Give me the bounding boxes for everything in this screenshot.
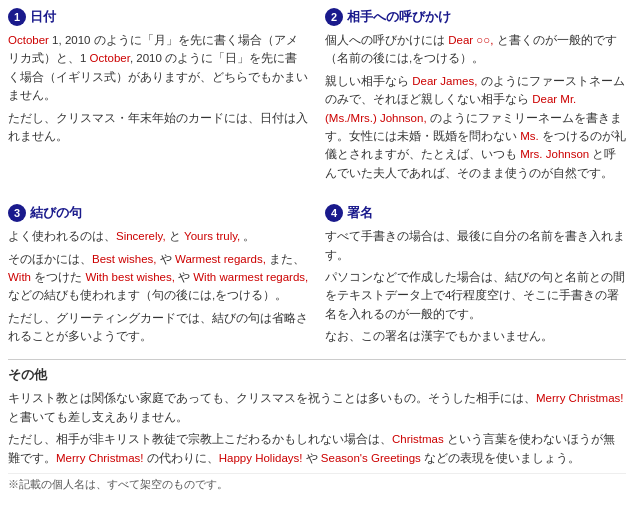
paragraph-4-2: なお、この署名は漢字でもかまいません。 <box>325 327 626 345</box>
section-number-1: 1 <box>8 8 26 26</box>
section-3: 3結びの句よく使われるのは、Sincerely, と Yours truly, … <box>8 204 309 349</box>
section-2: 2相手への呼びかけ個人への呼びかけには Dear ○○, と書くのが一般的です（… <box>325 8 626 186</box>
footer-note: ※記載の個人名は、すべて架空のものです。 <box>8 473 626 492</box>
section-content-4: すべて手書きの場合は、最後に自分の名前を書き入れます。パソコンなどで作成した場合… <box>325 227 626 345</box>
paragraph-4-0: すべて手書きの場合は、最後に自分の名前を書き入れます。 <box>325 227 626 264</box>
section-title-3: 3結びの句 <box>8 204 309 222</box>
section-title-2: 2相手への呼びかけ <box>325 8 626 26</box>
section-number-4: 4 <box>325 204 343 222</box>
other-content: キリスト教とは関係ない家庭であっても、クリスマスを祝うことは多いもの。そうした相… <box>8 389 626 467</box>
section-content-2: 個人への呼びかけには Dear ○○, と書くのが一般的です（名前の後には,をつ… <box>325 31 626 182</box>
paragraph-2-1: 親しい相手なら Dear James, のようにファーストネームのみで、それほど… <box>325 72 626 182</box>
other-title: その他 <box>8 366 626 384</box>
section-content-3: よく使われるのは、Sincerely, と Yours truly, 。そのほか… <box>8 227 309 345</box>
other-section: その他 キリスト教とは関係ない家庭であっても、クリスマスを祝うことは多いもの。そ… <box>8 359 626 467</box>
section-content-1: October 1, 2010 のように「月」を先に書く場合（アメリカ式）と、1… <box>8 31 309 145</box>
section-4: 4署名すべて手書きの場合は、最後に自分の名前を書き入れます。パソコンなどで作成し… <box>325 204 626 349</box>
paragraph-3-0: よく使われるのは、Sincerely, と Yours truly, 。 <box>8 227 309 245</box>
paragraph-2-0: 個人への呼びかけには Dear ○○, と書くのが一般的です（名前の後には,をつ… <box>325 31 626 68</box>
paragraph-3-2: ただし、グリーティングカードでは、結びの句は省略されることが多いようです。 <box>8 309 309 346</box>
section-title-4: 4署名 <box>325 204 626 222</box>
paragraph-1-0: October 1, 2010 のように「月」を先に書く場合（アメリカ式）と、1… <box>8 31 309 105</box>
main-grid: 1日付October 1, 2010 のように「月」を先に書く場合（アメリカ式）… <box>8 8 626 357</box>
section-title-1: 1日付 <box>8 8 309 26</box>
section-number-3: 3 <box>8 204 26 222</box>
section-1: 1日付October 1, 2010 のように「月」を先に書く場合（アメリカ式）… <box>8 8 309 186</box>
other-paragraph-1: ただし、相手が非キリスト教徒で宗教上こだわるかもしれない場合は、Christma… <box>8 430 626 467</box>
section-number-2: 2 <box>325 8 343 26</box>
paragraph-3-1: そのほかには、Best wishes, や Warmest regards, ま… <box>8 250 309 305</box>
paragraph-1-1: ただし、クリスマス・年末年始のカードには、日付は入れません。 <box>8 109 309 146</box>
paragraph-4-1: パソコンなどで作成した場合は、結びの句と名前との間をテキストデータ上で4行程度空… <box>325 268 626 323</box>
other-paragraph-0: キリスト教とは関係ない家庭であっても、クリスマスを祝うことは多いもの。そうした相… <box>8 389 626 426</box>
